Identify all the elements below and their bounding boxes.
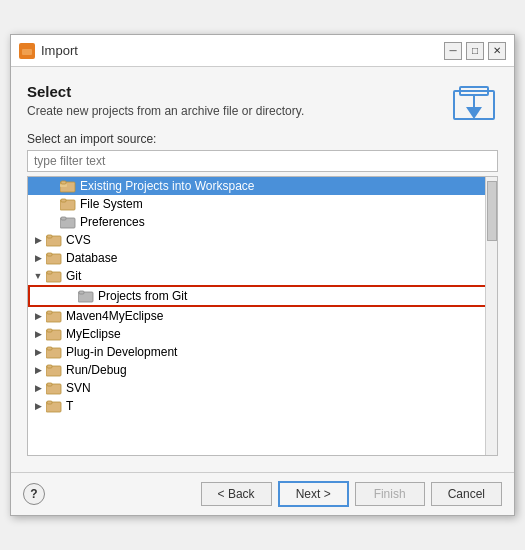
folder-icon-cvs (46, 233, 62, 247)
svg-rect-13 (61, 199, 66, 202)
bottom-bar: ? < Back Next > Finish Cancel (11, 472, 514, 515)
svg-rect-46 (47, 401, 52, 404)
arrow-rundebug (32, 364, 44, 376)
title-bar: Import ─ □ ✕ (11, 35, 514, 67)
tree-item-svn[interactable]: SVN (28, 379, 497, 397)
folder-icon-t (46, 399, 62, 413)
label-cvs: CVS (66, 233, 91, 247)
svg-marker-6 (466, 107, 482, 119)
back-button[interactable]: < Back (201, 482, 272, 506)
folder-icon-database (46, 251, 62, 265)
label-svn: SVN (66, 381, 91, 395)
arrow-myeclipse (32, 328, 44, 340)
tree-item-maven4me[interactable]: Maven4MyEclipse (28, 307, 497, 325)
arrow-cvs (32, 234, 44, 246)
help-button[interactable]: ? (23, 483, 45, 505)
scrollbar-thumb[interactable] (487, 181, 497, 241)
tree-item-t[interactable]: T (28, 397, 497, 415)
svg-rect-16 (61, 217, 66, 220)
tree-item-git-projects[interactable]: Projects from Git (28, 285, 497, 307)
folder-icon-preferences (60, 215, 76, 229)
tree-item-cvs[interactable]: CVS (28, 231, 497, 249)
tree-item-plugin[interactable]: Plug-in Development (28, 343, 497, 361)
arrow-svn (32, 382, 44, 394)
cancel-button[interactable]: Cancel (431, 482, 502, 506)
app-icon (19, 43, 35, 59)
tree-item-preferences[interactable]: Preferences (28, 213, 497, 231)
folder-icon-git-projects (78, 289, 94, 303)
tree-item-rundebug[interactable]: Run/Debug (28, 361, 497, 379)
svg-rect-2 (22, 49, 32, 55)
section-title: Select (27, 83, 304, 100)
folder-icon-git (46, 269, 62, 283)
svg-rect-9 (60, 184, 67, 187)
svg-rect-28 (79, 291, 84, 294)
header-row: Select Create new projects from an archi… (27, 83, 498, 132)
tree-item-myeclipse[interactable]: MyEclipse (28, 325, 497, 343)
svg-rect-22 (47, 253, 52, 256)
close-button[interactable]: ✕ (488, 42, 506, 60)
arrow-database (32, 252, 44, 264)
window-title: Import (41, 43, 444, 58)
arrow-git (32, 270, 44, 282)
label-git-projects: Projects from Git (98, 289, 187, 303)
filter-label: Select an import source: (27, 132, 498, 146)
label-myeclipse: MyEclipse (66, 327, 121, 341)
folder-icon-rundebug (46, 363, 62, 377)
label-filesystem: File System (80, 197, 143, 211)
import-dialog: Import ─ □ ✕ Select Create new projects … (10, 34, 515, 516)
tree-item-existing[interactable]: Existing Projects into Workspace (28, 177, 497, 195)
finish-button[interactable]: Finish (355, 482, 425, 506)
svg-rect-10 (61, 181, 66, 184)
svg-rect-25 (47, 271, 52, 274)
label-rundebug: Run/Debug (66, 363, 127, 377)
tree-container[interactable]: Existing Projects into Workspace File Sy… (27, 176, 498, 456)
svg-rect-34 (47, 329, 52, 332)
dialog-content: Select Create new projects from an archi… (11, 67, 514, 472)
svg-rect-37 (47, 347, 52, 350)
label-preferences: Preferences (80, 215, 145, 229)
label-maven4me: Maven4MyEclipse (66, 309, 163, 323)
folder-icon-plugin (46, 345, 62, 359)
folder-icon-maven4me (46, 309, 62, 323)
label-existing: Existing Projects into Workspace (80, 179, 255, 193)
tree-item-filesystem[interactable]: File System (28, 195, 497, 213)
folder-icon-myeclipse (46, 327, 62, 341)
scrollbar[interactable] (485, 177, 497, 455)
label-plugin: Plug-in Development (66, 345, 177, 359)
folder-icon-existing (60, 179, 76, 193)
folder-icon-svn (46, 381, 62, 395)
section-description: Create new projects from an archive file… (27, 104, 304, 118)
label-git: Git (66, 269, 81, 283)
svg-rect-19 (47, 235, 52, 238)
tree-item-git[interactable]: Git (28, 267, 497, 285)
window-controls: ─ □ ✕ (444, 42, 506, 60)
header-icon (450, 83, 498, 126)
arrow-plugin (32, 346, 44, 358)
label-database: Database (66, 251, 117, 265)
svg-rect-31 (47, 311, 52, 314)
arrow-t (32, 400, 44, 412)
minimize-button[interactable]: ─ (444, 42, 462, 60)
svg-rect-43 (47, 383, 52, 386)
arrow-maven4me (32, 310, 44, 322)
tree-item-database[interactable]: Database (28, 249, 497, 267)
next-button[interactable]: Next > (278, 481, 349, 507)
filter-input[interactable] (27, 150, 498, 172)
maximize-button[interactable]: □ (466, 42, 484, 60)
label-t: T (66, 399, 73, 413)
svg-rect-40 (47, 365, 52, 368)
svg-rect-1 (23, 45, 27, 48)
folder-icon-filesystem (60, 197, 76, 211)
header-text: Select Create new projects from an archi… (27, 83, 304, 132)
